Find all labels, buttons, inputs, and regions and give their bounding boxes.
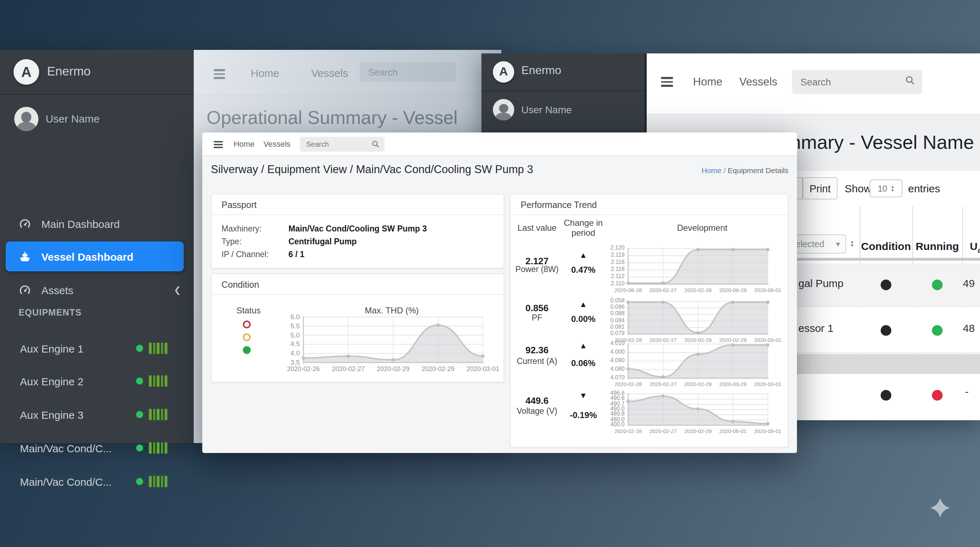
sidebar-item-main-dashboard[interactable]: Main Dashboard [0, 209, 194, 238]
power-trend-chart: 2.1202.1192.1162.1182.1122.110 2020-08-2… [627, 248, 768, 285]
passport-value: Main/Vac Cond/Cooling SW Pump 3 [288, 224, 426, 233]
sort-icon[interactable]: ▲▼ [850, 240, 854, 247]
x-tick-label: 2020-02-29 [684, 428, 712, 434]
user-avatar [493, 99, 514, 120]
condition-card: Condition Status Max. THD (%) 6.05.55.04… [211, 274, 504, 382]
y-tick-label: 4.080 [610, 366, 625, 372]
search-icon[interactable] [905, 75, 915, 88]
chevron-left-icon[interactable]: ❮ [174, 285, 181, 295]
running-dot-red [932, 390, 943, 401]
nav-home[interactable]: Home [251, 67, 279, 79]
filter-dropdown[interactable]: elected ▼ [789, 234, 846, 254]
card-title: Performance Trend [520, 200, 597, 210]
sidebar-item-label: Vessel Dashboard [41, 250, 133, 262]
sidebar-item-vessel-dashboard[interactable]: Vessel Dashboard [6, 242, 184, 271]
status-circle-yellow-icon [243, 333, 251, 341]
condition-dot-black [881, 390, 891, 401]
chart-plot [627, 393, 768, 426]
status-label: Status [237, 305, 261, 315]
entries-label: entries [908, 182, 940, 194]
sidebar-brand-row: A Enermo [482, 53, 644, 91]
passport-value: 6 / 1 [288, 250, 304, 259]
card-title: Condition [221, 280, 259, 290]
column-header-development: Development [677, 223, 727, 233]
search-input[interactable] [360, 62, 456, 82]
menu-icon[interactable] [661, 77, 673, 89]
trend-up-icon: ▲ [579, 251, 587, 259]
running-dot-green [932, 325, 943, 336]
column-header-condition[interactable]: Condition [861, 240, 911, 252]
y-tick-label: 2.119 [611, 253, 625, 258]
search-input[interactable] [792, 70, 922, 94]
chart-plot [627, 301, 768, 335]
divider [511, 215, 788, 215]
metric-label: Current (A) [517, 357, 557, 366]
sidebar-item-label: Assets [41, 284, 73, 296]
x-tick-label: 2020-02-29 [684, 381, 712, 388]
top-nav: Home Vessels [202, 132, 797, 156]
sidebar-item-label: Main Dashboard [41, 218, 120, 230]
top-nav: Home Vessels [194, 50, 501, 95]
search-input[interactable] [300, 137, 385, 152]
sidebar-user-row[interactable]: User Name [482, 91, 644, 134]
sidebar-item-equipment[interactable]: Main/Vac Cond/C... [0, 432, 194, 464]
sidebar-item-equipment[interactable]: Aux Engine 3 [0, 398, 194, 431]
column-header-change: Change in period [561, 218, 605, 238]
chart-x-axis: 2020-02-282020-02-272020-02-292020-03-29… [627, 381, 768, 388]
sidebar-item-equipment[interactable]: Aux Engine 1 [0, 332, 194, 365]
desktop-background: A Enermo User Name Main Dashboard Vessel… [0, 0, 980, 547]
nav-home[interactable]: Home [234, 140, 255, 148]
nav-vessels[interactable]: Vessels [311, 67, 348, 79]
x-tick-label: 2020-02-28 [615, 381, 642, 388]
user-name: User Name [521, 104, 572, 115]
chart-x-axis: 2020-08-282020-02-272020-02-282020-08-29… [627, 287, 768, 294]
last-value: 92.36 [525, 345, 549, 355]
filter-dropdown-label: elected [795, 239, 824, 249]
breadcrumb-home-link[interactable]: Home [702, 166, 721, 175]
sidebar-item-assets[interactable]: Assets ❮ [0, 276, 194, 304]
pf-trend-chart: 0.0580.0860.0880.0840.0810.079 2020-02-2… [627, 301, 768, 335]
search-icon[interactable] [372, 138, 380, 151]
chart-x-axis: 2020-02-282020-02-272020-02-292020-06-01… [627, 428, 768, 435]
x-tick-label: 2020-02-27 [332, 366, 365, 372]
status-circle-red-icon [243, 321, 251, 328]
print-button[interactable]: Print [803, 177, 838, 199]
page-size-select[interactable]: 10 ▲▼ [870, 180, 902, 197]
enermo-logo-icon: A [493, 61, 514, 83]
menu-icon[interactable] [214, 69, 225, 81]
equipment-view-window: Home Vessels Silverway / Equipment View … [202, 132, 797, 453]
passport-label: Maxhinery: [221, 224, 262, 233]
nav-vessels[interactable]: Vessels [739, 75, 777, 88]
search-field[interactable] [305, 140, 372, 149]
page-size-value: 10 [878, 183, 888, 193]
sidebar-item-equipment[interactable]: Aux Engine 2 [0, 365, 194, 398]
change-percent: -0.19% [570, 410, 597, 420]
equipment-label: Aux Engine 1 [20, 342, 83, 355]
chart-plot [627, 343, 768, 379]
x-tick-label: 2020-02-27 [649, 337, 677, 343]
ship-icon [19, 250, 31, 263]
menu-icon[interactable] [214, 141, 223, 150]
y-tick-label: 2.110 [611, 281, 625, 287]
change-percent: 0.00% [571, 314, 595, 324]
search-field[interactable] [367, 66, 449, 78]
x-tick-label: 2020-02-28 [684, 287, 712, 293]
y-tick-label: 0.086 [610, 305, 625, 310]
nav-vessels[interactable]: Vessels [264, 140, 291, 148]
sidebar-item-equipment[interactable]: Main/Vac Cond/C... [0, 465, 194, 498]
chart-x-axis: 2020-02-282020-02-272020-02-292020-02-29… [627, 337, 768, 344]
equipment-label: Main/Vac Cond/C... [20, 475, 112, 488]
sidebar-user-row[interactable]: User Name [0, 95, 194, 145]
divider [212, 294, 504, 295]
x-tick-label: 2020-03-01 [466, 366, 499, 372]
column-header-running[interactable]: Running [916, 240, 959, 252]
search-field[interactable] [799, 76, 905, 88]
y-tick-label: 400.0 [610, 422, 625, 428]
nav-home[interactable]: Home [693, 75, 722, 88]
logo-monogram: A [499, 65, 508, 79]
show-label: Show [845, 182, 872, 194]
column-header-u[interactable]: Ua [970, 240, 980, 254]
metric-label: Voltage (V) [517, 407, 557, 415]
status-circle-green-icon [243, 346, 251, 354]
status-dot-icon [136, 345, 143, 352]
